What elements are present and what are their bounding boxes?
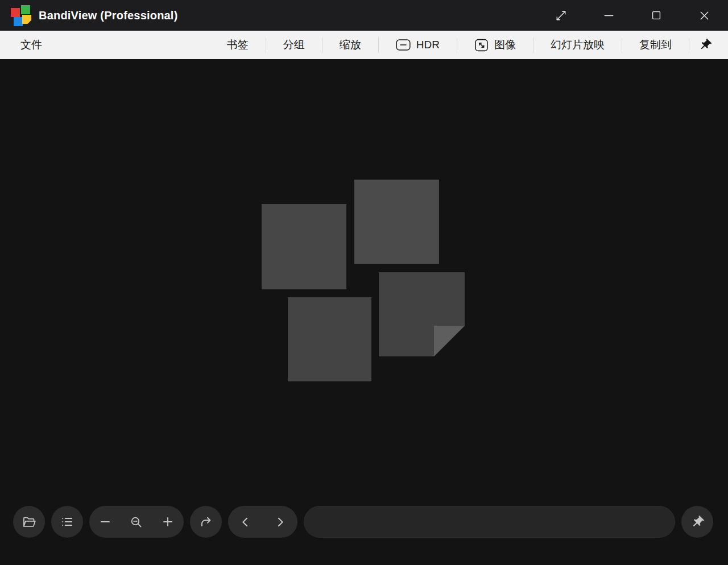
zoom-in-button[interactable] bbox=[152, 506, 183, 538]
zoom-controls-group bbox=[89, 506, 184, 538]
previous-image-button[interactable] bbox=[228, 506, 263, 538]
menubar: 文件 书签 分组 缩放 HDR bbox=[0, 31, 728, 59]
menu-zoom[interactable]: 缩放 bbox=[322, 31, 378, 59]
thumbnail-list-button[interactable] bbox=[51, 506, 83, 538]
logo-green-square bbox=[21, 5, 30, 14]
menu-hdr-label: HDR bbox=[416, 39, 440, 51]
pin-toolbar-button[interactable] bbox=[681, 506, 713, 538]
watermark-square-bottom-left bbox=[288, 297, 371, 381]
menu-file[interactable]: 文件 bbox=[0, 31, 63, 59]
logo-yellow-square bbox=[22, 15, 31, 24]
toolbar-pin-button[interactable] bbox=[689, 31, 721, 59]
logo-blue-square bbox=[14, 17, 23, 26]
menubar-right-group: 书签 分组 缩放 HDR bbox=[210, 31, 728, 59]
watermark-square-folded bbox=[379, 272, 465, 356]
folder-icon bbox=[22, 514, 37, 530]
chevron-left-icon bbox=[238, 515, 253, 529]
minus-icon bbox=[98, 515, 112, 529]
list-icon bbox=[60, 514, 75, 529]
navigation-group bbox=[228, 506, 297, 538]
zoom-out-button[interactable] bbox=[89, 506, 121, 538]
zoom-level-button[interactable] bbox=[121, 506, 152, 538]
fullscreen-icon bbox=[555, 9, 568, 22]
image-canvas[interactable] bbox=[0, 59, 728, 565]
plus-icon bbox=[161, 515, 175, 529]
fullscreen-button[interactable] bbox=[537, 0, 585, 31]
window-controls bbox=[537, 0, 728, 31]
menu-group-label: 分组 bbox=[283, 38, 305, 52]
image-resize-icon bbox=[474, 38, 489, 52]
hdr-toggle-icon bbox=[396, 39, 411, 51]
pin-icon bbox=[696, 35, 715, 55]
menu-file-label: 文件 bbox=[20, 38, 42, 52]
seek-bar[interactable] bbox=[304, 506, 675, 538]
close-icon bbox=[698, 9, 711, 22]
rotate-icon bbox=[198, 514, 213, 529]
minimize-button[interactable] bbox=[585, 0, 632, 31]
rotate-button[interactable] bbox=[190, 506, 222, 538]
bottom-toolbar bbox=[13, 506, 713, 538]
chevron-right-icon bbox=[273, 515, 287, 529]
window-title: BandiView (Professional) bbox=[39, 9, 178, 22]
app-window: BandiView (Professional) bbox=[0, 0, 728, 565]
close-button[interactable] bbox=[680, 0, 728, 31]
menu-image[interactable]: 图像 bbox=[457, 31, 533, 59]
maximize-icon bbox=[650, 9, 663, 22]
menu-group[interactable]: 分组 bbox=[266, 31, 322, 59]
menu-hdr-toggle[interactable]: HDR bbox=[379, 31, 457, 59]
minimize-icon bbox=[602, 9, 615, 22]
menu-copy-to-label: 复制到 bbox=[639, 38, 672, 52]
app-logo-icon bbox=[10, 5, 32, 26]
titlebar: BandiView (Professional) bbox=[0, 0, 728, 31]
watermark-square-top-right bbox=[354, 180, 439, 264]
menu-zoom-label: 缩放 bbox=[340, 38, 361, 52]
menu-image-label: 图像 bbox=[494, 38, 516, 52]
watermark-square-left bbox=[262, 204, 346, 289]
maximize-button[interactable] bbox=[632, 0, 680, 31]
next-image-button[interactable] bbox=[263, 506, 297, 538]
pin-icon bbox=[687, 512, 707, 531]
open-folder-button[interactable] bbox=[13, 506, 45, 538]
menu-slideshow-label: 幻灯片放映 bbox=[551, 38, 605, 52]
menu-slideshow[interactable]: 幻灯片放映 bbox=[533, 31, 622, 59]
menu-copy-to[interactable]: 复制到 bbox=[622, 31, 689, 59]
menu-bookmarks[interactable]: 书签 bbox=[210, 31, 266, 59]
logo-red-square bbox=[11, 8, 20, 17]
magnifier-minus-icon bbox=[129, 515, 143, 529]
menu-bookmarks-label: 书签 bbox=[227, 38, 249, 52]
